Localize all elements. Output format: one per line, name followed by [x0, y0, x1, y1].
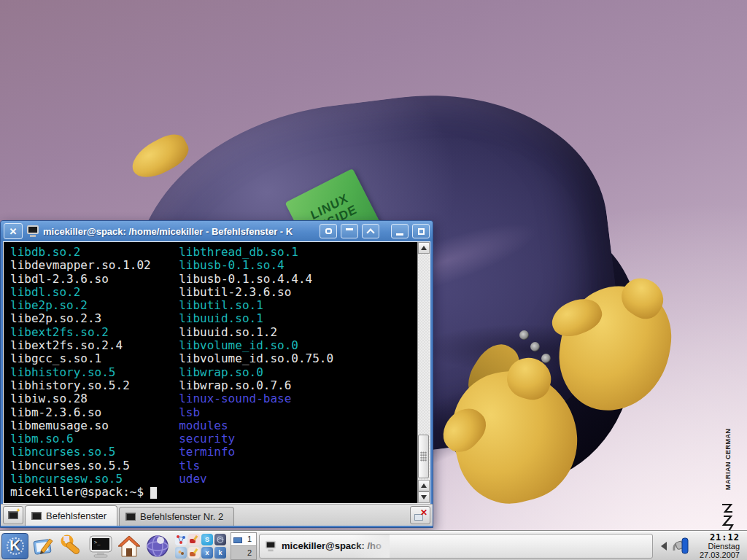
terminal-line: libgcc_s.so.1libvolume_id.so.0.75.0: [10, 352, 417, 365]
terminal-line: libext2fs.so.2libuuid.so.1.2: [10, 326, 417, 339]
sticky-button[interactable]: [320, 224, 337, 238]
task-terminal-icon: [265, 540, 276, 551]
terminal-text: libusb-0.1.so.4.4.4: [179, 272, 312, 286]
terminal-line: libe2p.so.2libutil.so.1: [10, 299, 417, 312]
dark-globe-icon[interactable]: [214, 534, 226, 545]
terminal-text: micekiller@spack:~$: [10, 485, 144, 499]
terminal-text: libmemusage.so: [10, 419, 179, 432]
close-session-button[interactable]: ✕: [410, 506, 430, 524]
tab-terminal-icon: [125, 513, 136, 521]
blue-app-square-icon[interactable]: k: [214, 547, 226, 559]
clock-date: 27.03.2007: [700, 551, 740, 559]
konsole-terminal-icon: >_: [88, 534, 113, 558]
terminal-window-icon: [26, 225, 39, 237]
terminal-line: libiw.so.28linux-sound-base: [10, 392, 417, 405]
paint-brush-icon[interactable]: [188, 534, 200, 545]
desktop-pager: 1 2: [231, 532, 257, 560]
sparkle-icon: ✦: [15, 508, 21, 513]
minimize-icon: [396, 233, 403, 236]
terminal-line: libncursesw.so.5udev: [10, 472, 417, 486]
pager-desktop-1[interactable]: 1: [231, 533, 256, 546]
home-icon: [117, 534, 142, 558]
terminal-line: libm-2.3.6.solsb: [10, 406, 417, 419]
terminal-line: libdl.so.2libutil-2.3.6.so: [10, 286, 417, 299]
terminal-text: libuuid.so.1.2: [179, 325, 277, 339]
pager-label-2: 2: [247, 548, 252, 557]
terminal-text: libe2p.so.2.3: [10, 312, 179, 325]
up-arrow-icon: [421, 246, 427, 250]
terminal-line: libm.so.6security: [10, 432, 417, 446]
launcher-konsole[interactable]: >_: [88, 533, 114, 559]
tab-label: Befehlsfenster Nr. 2: [140, 511, 223, 522]
terminal-scrollbar[interactable]: [417, 242, 430, 503]
terminal-text: libgcc_s.so.1: [10, 352, 179, 365]
terminal-cursor: [150, 487, 157, 499]
window-title: micekiller@spack: /home/micekiller - Bef…: [43, 226, 293, 237]
terminal-text: libncurses.so.5.5: [10, 459, 179, 472]
network-nodes-icon[interactable]: [175, 534, 187, 545]
terminal-text: libwrap.so.0: [179, 365, 263, 379]
clock-applet[interactable]: 21:12 Dienstag 27.03.2007: [693, 533, 746, 559]
terminal-line: libdl-2.3.6.solibusb-0.1.so.4.4.4: [10, 273, 417, 286]
konsole-window: ✕ micekiller@spack: /home/micekiller - B…: [0, 220, 433, 528]
terminal-text: terminfo: [179, 445, 235, 459]
terminal-screen[interactable]: libdb.so.2libthread_db.so.1libdevmapper.…: [4, 242, 417, 503]
launcher-wrench-settings[interactable]: [59, 533, 85, 559]
globe-faces-icon[interactable]: [175, 547, 187, 559]
thumb-grip-dots: [420, 451, 427, 462]
tab-befehlsfenster-2[interactable]: Befehlsfenster Nr. 2: [119, 507, 234, 526]
new-session-button[interactable]: ✦: [3, 506, 23, 524]
terminal-text: libutil.so.1: [179, 298, 263, 312]
paint-brush-2-icon[interactable]: [188, 547, 200, 559]
terminal-text: libdevmapper.so.1.02: [10, 259, 179, 272]
titlebar[interactable]: ✕ micekiller@spack: /home/micekiller - B…: [1, 221, 433, 241]
maximize-button[interactable]: [412, 224, 430, 238]
terminal-text: libutil-2.3.6.so: [179, 285, 291, 299]
tab-befehlsfenster-1[interactable]: Befehlsfenster: [25, 505, 117, 526]
notes-pencil-icon: [32, 534, 55, 558]
task-label-fade: [353, 534, 390, 558]
svg-text:>_: >_: [94, 540, 101, 545]
terminal-text: libe2p.so.2: [10, 299, 179, 312]
shade-button[interactable]: [341, 224, 358, 238]
terminal-text: libiw.so.28: [10, 392, 179, 405]
close-button[interactable]: ✕: [4, 223, 23, 239]
k-menu-button[interactable]: K: [1, 533, 28, 559]
skype-icon[interactable]: S: [201, 534, 213, 545]
minimize-button[interactable]: [391, 224, 409, 238]
artist-signature-glyph: [719, 502, 741, 534]
pager-window-thumb: [233, 537, 242, 543]
terminal-text: libm-2.3.6.so: [10, 406, 179, 419]
terminal-text: libdl-2.3.6.so: [10, 273, 179, 286]
launcher-web-browser[interactable]: [144, 533, 171, 559]
shade-icon: [346, 228, 353, 230]
pager-desktop-2[interactable]: 2: [231, 545, 256, 559]
blue-x-ball-icon[interactable]: x: [201, 547, 213, 559]
tab-terminal-icon: [31, 512, 42, 520]
launcher-notes-pencil[interactable]: [31, 533, 57, 559]
terminal-line: libhistory.so.5libwrap.so.0: [10, 366, 417, 379]
terminal-text: linux-sound-base: [179, 392, 291, 405]
terminal-text: libncursesw.so.5: [10, 472, 179, 486]
taskbar-entry-konsole[interactable]: micekiller@spack: /ho: [259, 534, 653, 559]
launcher-home-folder[interactable]: [116, 533, 142, 559]
terminal-text: libusb-0.1.so.4: [179, 258, 285, 272]
clock-time: 21:12: [710, 533, 740, 542]
session-tabbar: ✦ Befehlsfenster Befehlsfenster Nr. 2 ✕: [1, 504, 433, 526]
terminal-text: libuuid.so.1: [179, 311, 263, 325]
terminal-text: tls: [179, 459, 200, 472]
panel-hide-arrow[interactable]: [661, 542, 667, 551]
scroll-up-button[interactable]: [418, 242, 430, 254]
terminal-text: libncurses.so.5: [10, 446, 179, 459]
terminal-line: libhistory.so.5.2libwrap.so.0.7.6: [10, 379, 417, 392]
scrollbar-thumb[interactable]: [418, 435, 429, 478]
keep-above-button[interactable]: [362, 224, 379, 238]
power-plug-tray-icon[interactable]: [672, 536, 691, 556]
terminal-text: libhistory.so.5: [10, 366, 179, 379]
terminal-text: libdl.so.2: [10, 286, 179, 299]
scrollbar-track[interactable]: [418, 254, 430, 480]
terminal-line: libmemusage.somodules: [10, 419, 417, 432]
audio-port-dot: [541, 354, 551, 363]
scroll-down-button[interactable]: [418, 491, 430, 503]
scroll-up-button-bottom[interactable]: [418, 480, 430, 491]
